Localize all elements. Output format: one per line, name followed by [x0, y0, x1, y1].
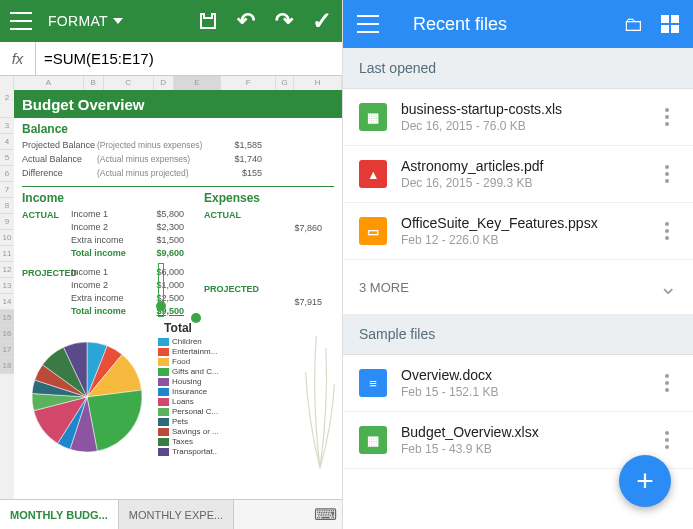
- file-more-button[interactable]: [657, 431, 677, 449]
- legend-swatch: [158, 358, 169, 366]
- file-list-sample: ≡Overview.docxFeb 15 - 152.1 KB▦Budget_O…: [343, 355, 693, 469]
- col-g[interactable]: G: [276, 76, 294, 90]
- legend-label: Food: [172, 357, 190, 366]
- keyboard-icon[interactable]: ⌨: [308, 500, 342, 529]
- file-meta: Dec 16, 2015 - 76.0 KB: [401, 119, 643, 133]
- file-toolbar: Recent files: [343, 0, 693, 48]
- view-grid-button[interactable]: [661, 15, 679, 33]
- legend-swatch: [158, 388, 169, 396]
- file-more-button[interactable]: [657, 222, 677, 240]
- chart-title: Total: [22, 321, 334, 335]
- legend-item: Transportat..: [158, 447, 219, 456]
- spreadsheet-grid[interactable]: 2 3 4 5 6 7 8 9 10 11 12 13 14 15 16 17 …: [0, 90, 342, 499]
- legend-label: Loans: [172, 397, 194, 406]
- tab-monthly-budget[interactable]: MONTHLY BUDG...: [0, 500, 119, 529]
- file-type-icon: ≡: [359, 369, 387, 397]
- file-row[interactable]: ▦business-startup-costs.xlsDec 16, 2015 …: [343, 89, 693, 146]
- legend-swatch: [158, 398, 169, 406]
- spreadsheet-app: FORMAT fx A B C D E F G H 2 3 4 5 6 7: [0, 0, 343, 529]
- file-name: Budget_Overview.xlsx: [401, 424, 643, 440]
- legend-item: Insurance: [158, 387, 219, 396]
- file-more-button[interactable]: [657, 374, 677, 392]
- format-dropdown[interactable]: FORMAT: [48, 13, 123, 29]
- col-h[interactable]: H: [294, 76, 342, 90]
- col-b[interactable]: B: [84, 76, 104, 90]
- menu-icon[interactable]: [357, 15, 379, 33]
- fab-add-button[interactable]: +: [619, 455, 671, 507]
- file-meta: Feb 15 - 43.9 KB: [401, 442, 643, 456]
- col-a[interactable]: A: [14, 76, 84, 90]
- file-meta: Dec 16, 2015 - 299.3 KB: [401, 176, 643, 190]
- undo-button[interactable]: [236, 11, 256, 31]
- fx-icon[interactable]: fx: [0, 42, 36, 75]
- file-name: Astronomy_articles.pdf: [401, 158, 643, 174]
- expenses-header: Expenses: [204, 187, 334, 207]
- balance-table: Projected Balance(Projected minus expens…: [14, 138, 342, 186]
- more-files-button[interactable]: 3 MORE: [343, 260, 693, 314]
- income-header: Income: [22, 187, 204, 207]
- file-more-button[interactable]: [657, 108, 677, 126]
- menu-icon[interactable]: [10, 12, 32, 30]
- legend-label: Savings or ...: [172, 427, 219, 436]
- sheet-body[interactable]: Budget Overview Balance Projected Balanc…: [14, 90, 342, 499]
- file-meta: Feb 15 - 152.1 KB: [401, 385, 643, 399]
- legend-item: Personal C...: [158, 407, 219, 416]
- file-row[interactable]: ▴Astronomy_articles.pdfDec 16, 2015 - 29…: [343, 146, 693, 203]
- chart-area: Total ChildrenEntertainm...FoodGifts and…: [14, 317, 342, 461]
- legend-label: Children: [172, 337, 202, 346]
- file-list-last-opened: ▦business-startup-costs.xlsDec 16, 2015 …: [343, 89, 693, 260]
- section-last-opened: Last opened: [343, 48, 693, 89]
- balance-header: Balance: [14, 118, 342, 138]
- file-meta: Feb 12 - 226.0 KB: [401, 233, 643, 247]
- tab-monthly-expenses[interactable]: MONTHLY EXPE...: [119, 500, 234, 529]
- col-d[interactable]: D: [154, 76, 174, 90]
- decorative-plant-icon: [302, 321, 338, 471]
- file-type-icon: ▦: [359, 426, 387, 454]
- spreadsheet-toolbar: FORMAT: [0, 0, 342, 42]
- col-f[interactable]: F: [221, 76, 276, 90]
- legend-item: Loans: [158, 397, 219, 406]
- legend-label: Transportat..: [172, 447, 217, 456]
- file-more-button[interactable]: [657, 165, 677, 183]
- chevron-down-icon: [113, 18, 123, 24]
- legend-swatch: [158, 368, 169, 376]
- page-title: Recent files: [413, 14, 507, 35]
- sheet-tabs: MONTHLY BUDG... MONTHLY EXPE... ⌨: [0, 499, 342, 529]
- legend-swatch: [158, 438, 169, 446]
- file-name: business-startup-costs.xls: [401, 101, 643, 117]
- selection-handle-top[interactable]: [156, 301, 166, 311]
- legend-item: Housing: [158, 377, 219, 386]
- file-browser-app: Recent files Last opened ▦business-start…: [343, 0, 693, 529]
- legend-label: Taxes: [172, 437, 193, 446]
- file-row[interactable]: ▭OfficeSuite_Key_Features.ppsxFeb 12 - 2…: [343, 203, 693, 260]
- chart-legend: ChildrenEntertainm...FoodGifts and C...H…: [158, 337, 219, 457]
- section-sample-files: Sample files: [343, 314, 693, 355]
- legend-item: Children: [158, 337, 219, 346]
- folder-back-button[interactable]: [623, 14, 643, 34]
- done-button[interactable]: [312, 11, 332, 31]
- pie-chart: [27, 337, 147, 457]
- file-type-icon: ▴: [359, 160, 387, 188]
- legend-item: Gifts and C...: [158, 367, 219, 376]
- legend-label: Insurance: [172, 387, 207, 396]
- legend-item: Food: [158, 357, 219, 366]
- save-button[interactable]: [198, 11, 218, 31]
- legend-swatch: [158, 338, 169, 346]
- file-name: OfficeSuite_Key_Features.ppsx: [401, 215, 643, 231]
- legend-label: Gifts and C...: [172, 367, 219, 376]
- column-headers[interactable]: A B C D E F G H: [0, 76, 342, 90]
- sheet-title: Budget Overview: [14, 90, 342, 118]
- formula-bar: fx: [0, 42, 342, 76]
- legend-swatch: [158, 418, 169, 426]
- row-headers[interactable]: 2 3 4 5 6 7 8 9 10 11 12 13 14 15 16 17 …: [0, 90, 14, 499]
- legend-label: Entertainm...: [172, 347, 217, 356]
- file-type-icon: ▭: [359, 217, 387, 245]
- col-c[interactable]: C: [104, 76, 154, 90]
- legend-swatch: [158, 408, 169, 416]
- redo-button[interactable]: [274, 11, 294, 31]
- col-e[interactable]: E: [174, 76, 222, 90]
- formula-input[interactable]: [36, 42, 342, 75]
- file-type-icon: ▦: [359, 103, 387, 131]
- file-row[interactable]: ≡Overview.docxFeb 15 - 152.1 KB: [343, 355, 693, 412]
- legend-item: Pets: [158, 417, 219, 426]
